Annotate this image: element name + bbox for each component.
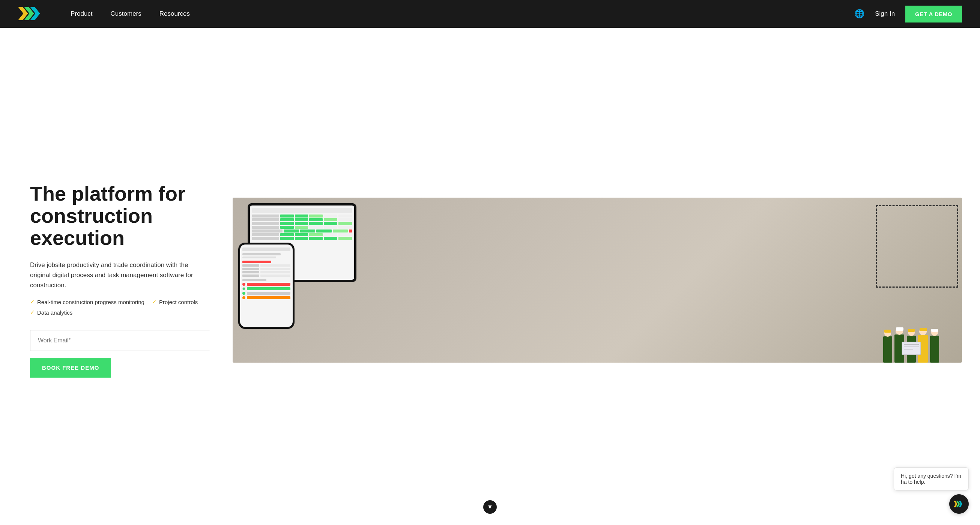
globe-icon[interactable]: 🌐 xyxy=(854,9,864,19)
hero-features: ✓ Real-time construction progress monito… xyxy=(30,298,210,316)
phone-screen xyxy=(240,244,293,327)
svg-rect-14 xyxy=(920,328,927,331)
dashed-rectangle xyxy=(876,205,958,288)
feature-2: ✓ Project controls xyxy=(152,298,198,305)
svg-rect-15 xyxy=(902,342,921,355)
hero-section: The platform for construction execution … xyxy=(0,28,980,525)
feature-2-label: Project controls xyxy=(159,299,198,305)
svg-rect-11 xyxy=(908,329,915,332)
chat-bubble-text: Hi, got any questions? I'm ha to help. xyxy=(901,473,961,485)
nav-links: Product Customers Resources xyxy=(70,10,854,17)
navigation: Product Customers Resources 🌐 Sign In GE… xyxy=(0,0,980,28)
phone-mockup xyxy=(238,243,294,329)
feature-3: ✓ Data analytics xyxy=(30,309,72,316)
book-demo-button[interactable]: BOOK FREE DEMO xyxy=(30,358,111,377)
svg-rect-8 xyxy=(896,327,904,331)
svg-rect-21 xyxy=(931,329,938,332)
get-demo-button[interactable]: GET A DEMO xyxy=(905,6,962,22)
nav-right: 🌐 Sign In GET A DEMO xyxy=(854,6,962,22)
signin-link[interactable]: Sign In xyxy=(875,10,895,17)
chat-icon-button[interactable] xyxy=(949,494,969,514)
check-icon-3: ✓ xyxy=(30,309,35,316)
hero-subtext: Drive jobsite productivity and trade coo… xyxy=(30,260,210,290)
hero-visual xyxy=(232,198,962,363)
hero-image xyxy=(232,198,962,363)
nav-customers[interactable]: Customers xyxy=(111,10,142,17)
nav-resources[interactable]: Resources xyxy=(159,10,190,17)
hero-heading: The platform for construction execution xyxy=(30,182,210,249)
scroll-indicator[interactable]: ▼ xyxy=(483,500,497,514)
email-input[interactable] xyxy=(30,330,210,351)
feature-1: ✓ Real-time construction progress monito… xyxy=(30,298,145,305)
scroll-down-icon: ▼ xyxy=(487,504,493,511)
feature-3-label: Data analytics xyxy=(37,309,72,316)
check-icon-1: ✓ xyxy=(30,298,35,305)
svg-rect-5 xyxy=(885,330,891,333)
check-icon-2: ✓ xyxy=(152,298,157,305)
svg-rect-19 xyxy=(930,336,939,363)
logo[interactable] xyxy=(18,4,48,24)
hero-content: The platform for construction execution … xyxy=(30,182,210,378)
feature-1-label: Real-time construction progress monitori… xyxy=(37,299,145,305)
chat-widget: Hi, got any questions? I'm ha to help. xyxy=(894,467,969,514)
chat-bubble: Hi, got any questions? I'm ha to help. xyxy=(894,467,969,490)
nav-product[interactable]: Product xyxy=(70,10,93,17)
workers-silhouette xyxy=(881,325,941,363)
svg-rect-3 xyxy=(883,336,892,363)
